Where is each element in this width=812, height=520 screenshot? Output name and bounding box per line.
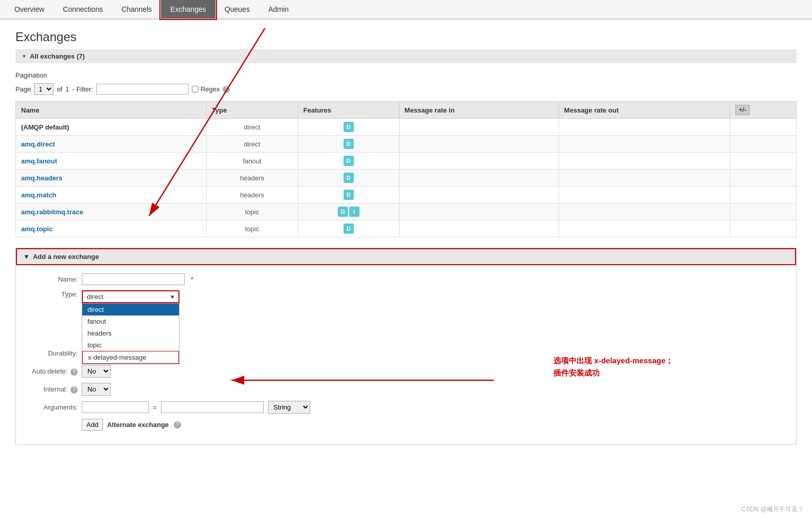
cell-rate-out <box>558 187 730 203</box>
cell-type: topic <box>206 203 298 220</box>
dropdown-option-fanout[interactable]: fanout <box>82 315 179 327</box>
cell-name[interactable]: amq.match <box>16 187 207 203</box>
cell-rate-in <box>399 119 558 136</box>
cell-name[interactable]: amq.topic <box>16 220 207 237</box>
col-features: Features <box>298 102 399 119</box>
col-plus-minus: +/- <box>730 102 796 119</box>
add-exchange-form: Name: * Type: direct ▾ directfanoutheade… <box>16 265 796 444</box>
collapse-arrow: ▼ <box>22 53 27 59</box>
cell-name[interactable]: amq.rabbitmq.trace <box>16 203 207 220</box>
nav-channels[interactable]: Channels <box>112 0 161 18</box>
regex-checkbox[interactable] <box>192 86 199 92</box>
cell-name: (AMQP default) <box>16 119 207 136</box>
cell-name[interactable]: amq.direct <box>16 136 207 153</box>
cell-rate-in <box>399 203 558 220</box>
type-select-wrapper: direct ▾ directfanoutheaderstopicx-delay… <box>82 290 179 303</box>
cell-rate-out <box>558 153 730 170</box>
cell-rate-out <box>558 119 730 136</box>
table-row: amq.headersheadersD <box>16 170 797 187</box>
cell-type: headers <box>206 170 298 187</box>
arg-value-input[interactable] <box>161 401 264 413</box>
annotation-line2: 插件安装成功 <box>553 367 673 379</box>
cell-rate-in <box>399 187 558 203</box>
nav-admin[interactable]: Admin <box>259 0 298 18</box>
auto-delete-help[interactable]: ? <box>70 368 78 376</box>
cell-action <box>730 170 796 187</box>
page-label: Page <box>15 85 31 93</box>
internal-select[interactable]: No Yes <box>82 383 111 396</box>
navigation: Overview Connections Channels Exchanges … <box>0 0 812 20</box>
add-button[interactable]: Add <box>82 419 103 431</box>
cell-type: fanout <box>206 153 298 170</box>
name-input[interactable] <box>82 273 185 285</box>
annotation-line1: 选项中出现 x-delayed-message； <box>553 355 673 367</box>
required-indicator: * <box>191 275 193 283</box>
name-label: Name: <box>26 275 78 283</box>
cell-action <box>730 203 796 220</box>
cell-features: D <box>298 136 399 153</box>
regex-label: Regex ? <box>192 85 230 93</box>
submit-row: Add Alternate exchange ? <box>82 419 786 431</box>
cell-name[interactable]: amq.fanout <box>16 153 207 170</box>
col-type: Type <box>206 102 298 119</box>
nav-connections[interactable]: Connections <box>53 0 112 18</box>
arguments-row: Arguments: = String Number Boolean <box>26 401 786 414</box>
arg-key-input[interactable] <box>82 401 149 413</box>
arg-type-select[interactable]: String Number Boolean <box>268 401 310 414</box>
cell-action <box>730 187 796 203</box>
type-row: Type: direct ▾ directfanoutheaderstopicx… <box>26 290 786 303</box>
page-content: Exchanges ▼ All exchanges (7) Pagination… <box>0 20 812 455</box>
cell-rate-in <box>399 136 558 153</box>
cell-features: D <box>298 153 399 170</box>
arguments-label: Arguments: <box>26 403 78 411</box>
dropdown-option-topic[interactable]: topic <box>82 339 179 351</box>
dropdown-option-headers[interactable]: headers <box>82 327 179 339</box>
add-exchange-section: ▼ Add a new exchange Name: * Type: direc… <box>15 248 797 444</box>
type-dropdown-list: directfanoutheaderstopicx-delayed-messag… <box>82 303 179 364</box>
pagination-label: Pagination <box>15 71 797 79</box>
all-exchanges-header[interactable]: ▼ All exchanges (7) <box>15 49 797 63</box>
page-select[interactable]: 1 <box>34 83 53 95</box>
regex-help[interactable]: ? <box>223 86 230 93</box>
dropdown-arrow-icon: ▾ <box>171 293 174 301</box>
type-label: Type: <box>26 290 78 298</box>
dropdown-option-direct[interactable]: direct <box>82 304 179 315</box>
nav-overview[interactable]: Overview <box>5 0 53 18</box>
alternate-exchange-help[interactable]: ? <box>174 421 181 429</box>
cell-features: D <box>298 119 399 136</box>
cell-type: headers <box>206 187 298 203</box>
internal-help[interactable]: ? <box>70 386 78 394</box>
all-exchanges-label: All exchanges (7) <box>30 52 85 60</box>
nav-exchanges[interactable]: Exchanges <box>161 0 215 18</box>
cell-action <box>730 136 796 153</box>
add-exchange-header[interactable]: ▼ Add a new exchange <box>16 248 796 265</box>
cell-action <box>730 119 796 136</box>
dropdown-option-x-delayed-message[interactable]: x-delayed-message <box>82 351 179 364</box>
col-rate-in: Message rate in <box>399 102 558 119</box>
regex-text: Regex <box>201 85 220 93</box>
cell-rate-out <box>558 170 730 187</box>
cell-type: topic <box>206 220 298 237</box>
table-row: amq.rabbitmq.tracetopicDI <box>16 203 797 220</box>
add-exchange-arrow: ▼ <box>23 253 30 261</box>
cell-features: DI <box>298 203 399 220</box>
nav-queues[interactable]: Queues <box>215 0 259 18</box>
annotation-text: 选项中出现 x-delayed-message； 插件安装成功 <box>553 355 673 379</box>
cell-rate-in <box>399 220 558 237</box>
add-exchange-label: Add a new exchange <box>33 253 99 261</box>
filter-input[interactable] <box>96 84 189 95</box>
type-select-display[interactable]: direct ▾ <box>82 290 179 303</box>
col-name: Name <box>16 102 207 119</box>
table-row: amq.directdirectD <box>16 136 797 153</box>
pagination-section: Pagination Page 1 of 1 - Filter: Regex ? <box>15 71 797 95</box>
of-label: of <box>57 85 62 93</box>
auto-delete-select[interactable]: No Yes <box>82 365 111 378</box>
cell-action <box>730 220 796 237</box>
cell-name[interactable]: amq.headers <box>16 170 207 187</box>
plus-minus-button[interactable]: +/- <box>735 105 750 115</box>
type-selected-value: direct <box>87 293 103 301</box>
table-row: amq.matchheadersD <box>16 187 797 203</box>
page-title: Exchanges <box>15 30 797 44</box>
cell-rate-out <box>558 136 730 153</box>
internal-label: Internal: ? <box>26 385 78 394</box>
